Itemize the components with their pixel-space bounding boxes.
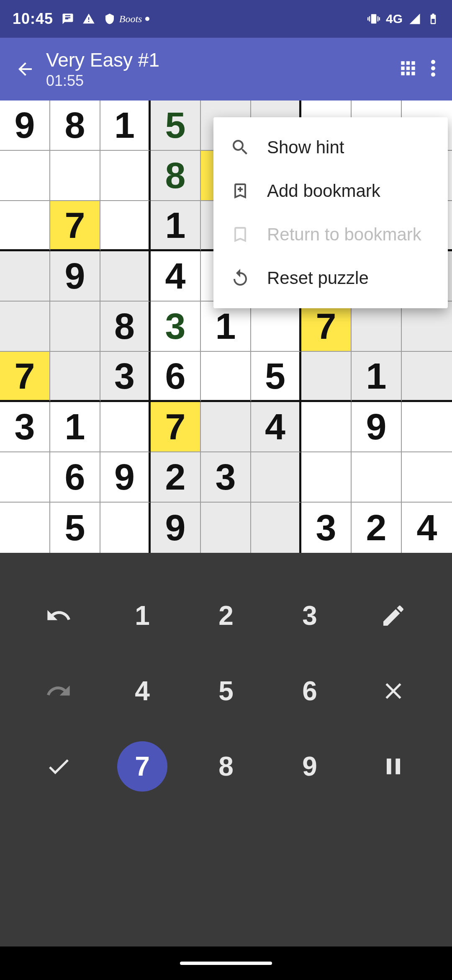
cell-r1-c1[interactable] [50, 151, 100, 201]
cell-r4-c0[interactable] [0, 302, 50, 352]
pause-button[interactable] [368, 741, 419, 792]
keypad-3[interactable]: 3 [285, 591, 335, 641]
cell-r0-c1[interactable]: 8 [50, 101, 100, 151]
cell-r0-c2[interactable]: 1 [100, 101, 151, 151]
keypad-6[interactable]: 6 [285, 666, 335, 716]
cell-r4-c3[interactable]: 3 [151, 302, 201, 352]
bookmark-icon [230, 224, 250, 245]
cell-r8-c7[interactable]: 2 [352, 503, 402, 553]
cell-r0-c0[interactable]: 9 [0, 101, 50, 151]
cell-r0-c3[interactable]: 5 [151, 101, 201, 151]
cell-r2-c0[interactable] [0, 201, 50, 251]
check-button[interactable] [33, 741, 84, 792]
undo-button[interactable] [33, 591, 84, 641]
cell-r4-c6[interactable]: 7 [301, 302, 352, 352]
grid-view-button[interactable] [398, 58, 419, 80]
cell-r6-c4[interactable] [201, 402, 251, 452]
cell-r6-c7[interactable]: 9 [352, 402, 402, 452]
cell-r7-c7[interactable] [352, 452, 402, 503]
cell-r2-c3[interactable]: 1 [151, 201, 201, 251]
cell-r5-c2[interactable]: 3 [100, 352, 151, 402]
status-clock: 10:45 [13, 10, 53, 28]
pencil-button[interactable] [368, 591, 419, 641]
menu-add-bookmark[interactable]: Add bookmark [213, 169, 448, 213]
cell-r8-c1[interactable]: 5 [50, 503, 100, 553]
cell-r8-c2[interactable] [100, 503, 151, 553]
keypad-1[interactable]: 1 [117, 591, 167, 641]
cell-r6-c8[interactable] [402, 402, 452, 452]
cell-r6-c1[interactable]: 1 [50, 402, 100, 452]
more-options-button[interactable] [431, 60, 435, 78]
system-nav-bar[interactable] [0, 946, 452, 980]
cell-r8-c5[interactable] [251, 503, 301, 553]
cell-r6-c2[interactable] [100, 402, 151, 452]
menu-reset-puzzle[interactable]: Reset puzzle [213, 256, 448, 300]
cell-r2-c1[interactable]: 7 [50, 201, 100, 251]
battery-icon [427, 13, 439, 25]
cell-r6-c3[interactable]: 7 [151, 402, 201, 452]
cell-r5-c1[interactable] [50, 352, 100, 402]
cell-r1-c0[interactable] [0, 151, 50, 201]
cell-r7-c5[interactable] [251, 452, 301, 503]
cell-r6-c6[interactable] [301, 402, 352, 452]
cell-r3-c0[interactable] [0, 251, 50, 302]
cell-r1-c2[interactable] [100, 151, 151, 201]
cell-r4-c4[interactable]: 1 [201, 302, 251, 352]
keypad-4[interactable]: 4 [117, 666, 167, 716]
menu-label: Show hint [267, 137, 344, 157]
undo-icon [45, 602, 72, 629]
cell-r4-c7[interactable] [352, 302, 402, 352]
cell-r7-c2[interactable]: 9 [100, 452, 151, 503]
status-bar: 10:45 Boots 4G [0, 0, 452, 38]
message-icon [62, 13, 74, 25]
cell-r7-c6[interactable] [301, 452, 352, 503]
cell-r7-c1[interactable]: 6 [50, 452, 100, 503]
cell-r5-c5[interactable]: 5 [251, 352, 301, 402]
cell-r7-c4[interactable]: 3 [201, 452, 251, 503]
keypad-9[interactable]: 9 [285, 741, 335, 792]
erase-button[interactable] [368, 666, 419, 716]
redo-icon [45, 678, 72, 704]
cell-r5-c0[interactable]: 7 [0, 352, 50, 402]
menu-show-hint[interactable]: Show hint [213, 126, 448, 169]
cell-r6-c0[interactable]: 3 [0, 402, 50, 452]
close-icon [380, 678, 407, 704]
menu-label: Reset puzzle [267, 268, 369, 288]
cell-r8-c4[interactable] [201, 503, 251, 553]
cell-r7-c3[interactable]: 2 [151, 452, 201, 503]
cell-r3-c2[interactable] [100, 251, 151, 302]
keypad-7[interactable]: 7 [117, 741, 167, 792]
back-button[interactable] [8, 52, 42, 86]
cell-r4-c2[interactable]: 8 [100, 302, 151, 352]
vibrate-icon [367, 13, 380, 25]
cell-r5-c4[interactable] [201, 352, 251, 402]
check-icon [45, 753, 72, 780]
cell-r3-c3[interactable]: 4 [151, 251, 201, 302]
cell-r8-c8[interactable]: 4 [402, 503, 452, 553]
network-type: 4G [386, 12, 403, 26]
redo-button[interactable] [33, 666, 84, 716]
cell-r8-c0[interactable] [0, 503, 50, 553]
cell-r5-c7[interactable]: 1 [352, 352, 402, 402]
cell-r4-c1[interactable] [50, 302, 100, 352]
signal-icon [408, 13, 421, 25]
cell-r5-c6[interactable] [301, 352, 352, 402]
menu-return-bookmark: Return to bookmark [213, 213, 448, 256]
keypad-5[interactable]: 5 [201, 666, 251, 716]
cell-r4-c5[interactable] [251, 302, 301, 352]
cell-r8-c3[interactable]: 9 [151, 503, 201, 553]
cell-r7-c0[interactable] [0, 452, 50, 503]
cell-r5-c3[interactable]: 6 [151, 352, 201, 402]
cell-r7-c8[interactable] [402, 452, 452, 503]
boots-icon: Boots [124, 13, 137, 25]
cell-r5-c8[interactable] [402, 352, 452, 402]
keypad-2[interactable]: 2 [201, 591, 251, 641]
keypad-8[interactable]: 8 [201, 741, 251, 792]
bookmark-add-icon [230, 181, 250, 201]
cell-r8-c6[interactable]: 3 [301, 503, 352, 553]
cell-r1-c3[interactable]: 8 [151, 151, 201, 201]
cell-r3-c1[interactable]: 9 [50, 251, 100, 302]
cell-r4-c8[interactable] [402, 302, 452, 352]
cell-r6-c5[interactable]: 4 [251, 402, 301, 452]
cell-r2-c2[interactable] [100, 201, 151, 251]
